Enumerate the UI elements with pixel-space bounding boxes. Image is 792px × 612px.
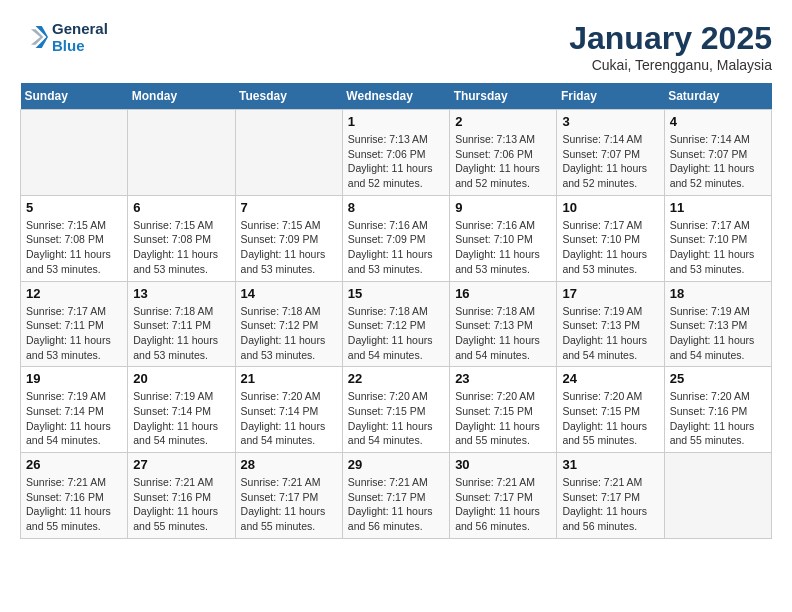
day-info: Sunrise: 7:21 AMSunset: 7:17 PMDaylight:…: [348, 475, 444, 534]
day-info: Sunrise: 7:20 AMSunset: 7:15 PMDaylight:…: [455, 389, 551, 448]
calendar-day-cell: [235, 110, 342, 196]
day-number: 17: [562, 286, 658, 301]
calendar-week-row: 19Sunrise: 7:19 AMSunset: 7:14 PMDayligh…: [21, 367, 772, 453]
calendar-day-cell: [21, 110, 128, 196]
day-number: 28: [241, 457, 337, 472]
day-info: Sunrise: 7:21 AMSunset: 7:17 PMDaylight:…: [455, 475, 551, 534]
calendar-day-cell: 20Sunrise: 7:19 AMSunset: 7:14 PMDayligh…: [128, 367, 235, 453]
day-info: Sunrise: 7:14 AMSunset: 7:07 PMDaylight:…: [670, 132, 766, 191]
day-info: Sunrise: 7:21 AMSunset: 7:16 PMDaylight:…: [26, 475, 122, 534]
day-info: Sunrise: 7:20 AMSunset: 7:14 PMDaylight:…: [241, 389, 337, 448]
day-info: Sunrise: 7:20 AMSunset: 7:16 PMDaylight:…: [670, 389, 766, 448]
day-info: Sunrise: 7:13 AMSunset: 7:06 PMDaylight:…: [348, 132, 444, 191]
day-number: 16: [455, 286, 551, 301]
logo-text-general: General: [52, 20, 108, 37]
calendar-day-cell: 15Sunrise: 7:18 AMSunset: 7:12 PMDayligh…: [342, 281, 449, 367]
calendar-week-row: 5Sunrise: 7:15 AMSunset: 7:08 PMDaylight…: [21, 195, 772, 281]
calendar-day-cell: 29Sunrise: 7:21 AMSunset: 7:17 PMDayligh…: [342, 453, 449, 539]
day-number: 31: [562, 457, 658, 472]
calendar-day-cell: 26Sunrise: 7:21 AMSunset: 7:16 PMDayligh…: [21, 453, 128, 539]
calendar-day-cell: 7Sunrise: 7:15 AMSunset: 7:09 PMDaylight…: [235, 195, 342, 281]
day-info: Sunrise: 7:17 AMSunset: 7:10 PMDaylight:…: [670, 218, 766, 277]
day-number: 8: [348, 200, 444, 215]
day-number: 13: [133, 286, 229, 301]
day-number: 3: [562, 114, 658, 129]
weekday-header: Thursday: [450, 83, 557, 110]
calendar-day-cell: [664, 453, 771, 539]
logo: General Blue: [20, 20, 108, 54]
calendar-week-row: 26Sunrise: 7:21 AMSunset: 7:16 PMDayligh…: [21, 453, 772, 539]
day-number: 9: [455, 200, 551, 215]
page-header: General Blue January 2025 Cukai, Terengg…: [20, 20, 772, 73]
day-info: Sunrise: 7:21 AMSunset: 7:17 PMDaylight:…: [241, 475, 337, 534]
calendar-day-cell: 13Sunrise: 7:18 AMSunset: 7:11 PMDayligh…: [128, 281, 235, 367]
day-info: Sunrise: 7:20 AMSunset: 7:15 PMDaylight:…: [562, 389, 658, 448]
calendar-day-cell: 25Sunrise: 7:20 AMSunset: 7:16 PMDayligh…: [664, 367, 771, 453]
logo-text-blue: Blue: [52, 37, 108, 54]
calendar-day-cell: 10Sunrise: 7:17 AMSunset: 7:10 PMDayligh…: [557, 195, 664, 281]
calendar-day-cell: 4Sunrise: 7:14 AMSunset: 7:07 PMDaylight…: [664, 110, 771, 196]
day-number: 29: [348, 457, 444, 472]
day-info: Sunrise: 7:21 AMSunset: 7:17 PMDaylight:…: [562, 475, 658, 534]
day-info: Sunrise: 7:14 AMSunset: 7:07 PMDaylight:…: [562, 132, 658, 191]
day-number: 14: [241, 286, 337, 301]
weekday-header: Friday: [557, 83, 664, 110]
calendar-day-cell: 16Sunrise: 7:18 AMSunset: 7:13 PMDayligh…: [450, 281, 557, 367]
day-number: 24: [562, 371, 658, 386]
day-number: 12: [26, 286, 122, 301]
day-info: Sunrise: 7:13 AMSunset: 7:06 PMDaylight:…: [455, 132, 551, 191]
calendar-day-cell: 30Sunrise: 7:21 AMSunset: 7:17 PMDayligh…: [450, 453, 557, 539]
day-number: 27: [133, 457, 229, 472]
day-info: Sunrise: 7:18 AMSunset: 7:12 PMDaylight:…: [348, 304, 444, 363]
day-info: Sunrise: 7:15 AMSunset: 7:08 PMDaylight:…: [133, 218, 229, 277]
calendar-day-cell: [128, 110, 235, 196]
day-number: 10: [562, 200, 658, 215]
day-info: Sunrise: 7:17 AMSunset: 7:11 PMDaylight:…: [26, 304, 122, 363]
weekday-header: Monday: [128, 83, 235, 110]
day-number: 15: [348, 286, 444, 301]
day-info: Sunrise: 7:18 AMSunset: 7:11 PMDaylight:…: [133, 304, 229, 363]
logo-icon: [20, 23, 48, 51]
calendar-day-cell: 12Sunrise: 7:17 AMSunset: 7:11 PMDayligh…: [21, 281, 128, 367]
calendar-day-cell: 24Sunrise: 7:20 AMSunset: 7:15 PMDayligh…: [557, 367, 664, 453]
day-number: 11: [670, 200, 766, 215]
calendar-day-cell: 23Sunrise: 7:20 AMSunset: 7:15 PMDayligh…: [450, 367, 557, 453]
day-number: 6: [133, 200, 229, 215]
calendar-header: SundayMondayTuesdayWednesdayThursdayFrid…: [21, 83, 772, 110]
day-info: Sunrise: 7:19 AMSunset: 7:13 PMDaylight:…: [562, 304, 658, 363]
weekday-header: Tuesday: [235, 83, 342, 110]
day-info: Sunrise: 7:18 AMSunset: 7:12 PMDaylight:…: [241, 304, 337, 363]
day-number: 18: [670, 286, 766, 301]
day-number: 5: [26, 200, 122, 215]
day-info: Sunrise: 7:16 AMSunset: 7:09 PMDaylight:…: [348, 218, 444, 277]
location: Cukai, Terengganu, Malaysia: [569, 57, 772, 73]
day-info: Sunrise: 7:15 AMSunset: 7:09 PMDaylight:…: [241, 218, 337, 277]
calendar-day-cell: 19Sunrise: 7:19 AMSunset: 7:14 PMDayligh…: [21, 367, 128, 453]
calendar-day-cell: 2Sunrise: 7:13 AMSunset: 7:06 PMDaylight…: [450, 110, 557, 196]
calendar-day-cell: 21Sunrise: 7:20 AMSunset: 7:14 PMDayligh…: [235, 367, 342, 453]
day-number: 20: [133, 371, 229, 386]
day-number: 4: [670, 114, 766, 129]
calendar-table: SundayMondayTuesdayWednesdayThursdayFrid…: [20, 83, 772, 539]
weekday-header: Wednesday: [342, 83, 449, 110]
day-number: 7: [241, 200, 337, 215]
day-info: Sunrise: 7:21 AMSunset: 7:16 PMDaylight:…: [133, 475, 229, 534]
calendar-day-cell: 1Sunrise: 7:13 AMSunset: 7:06 PMDaylight…: [342, 110, 449, 196]
day-number: 23: [455, 371, 551, 386]
weekday-header: Sunday: [21, 83, 128, 110]
calendar-day-cell: 11Sunrise: 7:17 AMSunset: 7:10 PMDayligh…: [664, 195, 771, 281]
calendar-day-cell: 9Sunrise: 7:16 AMSunset: 7:10 PMDaylight…: [450, 195, 557, 281]
day-info: Sunrise: 7:18 AMSunset: 7:13 PMDaylight:…: [455, 304, 551, 363]
day-number: 1: [348, 114, 444, 129]
day-info: Sunrise: 7:19 AMSunset: 7:13 PMDaylight:…: [670, 304, 766, 363]
calendar-day-cell: 17Sunrise: 7:19 AMSunset: 7:13 PMDayligh…: [557, 281, 664, 367]
calendar-day-cell: 31Sunrise: 7:21 AMSunset: 7:17 PMDayligh…: [557, 453, 664, 539]
day-info: Sunrise: 7:16 AMSunset: 7:10 PMDaylight:…: [455, 218, 551, 277]
calendar-day-cell: 5Sunrise: 7:15 AMSunset: 7:08 PMDaylight…: [21, 195, 128, 281]
calendar-day-cell: 27Sunrise: 7:21 AMSunset: 7:16 PMDayligh…: [128, 453, 235, 539]
day-info: Sunrise: 7:19 AMSunset: 7:14 PMDaylight:…: [133, 389, 229, 448]
month-title: January 2025: [569, 20, 772, 57]
day-number: 22: [348, 371, 444, 386]
day-number: 30: [455, 457, 551, 472]
day-number: 26: [26, 457, 122, 472]
